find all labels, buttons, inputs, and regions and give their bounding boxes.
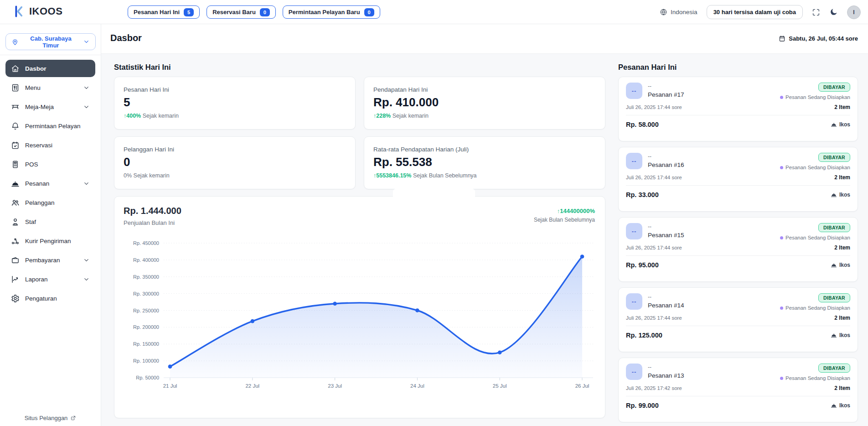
delta-period: Sejak kemarin <box>134 172 170 179</box>
orders-today-button[interactable]: Pesanan Hari Ini 5 <box>128 5 200 19</box>
sidebar-item-kurir-pengiriman[interactable]: Kurir Pengiriman <box>5 232 95 249</box>
logo: IKOOS <box>12 5 62 18</box>
svg-text:Rp. 250000: Rp. 250000 <box>133 308 159 313</box>
user-avatar[interactable]: I <box>847 5 861 19</box>
channel-label: Ikos <box>839 402 850 409</box>
sidebar-item-reservasi[interactable]: Reservasi <box>5 136 95 154</box>
order-customer: -- <box>648 83 684 89</box>
customer-site-link[interactable]: Situs Pelanggan <box>0 415 101 421</box>
order-number: Pesanan #17 <box>648 91 684 98</box>
svg-text:26 Jul: 26 Jul <box>575 383 589 389</box>
order-total: Rp. 99.000 <box>626 402 659 409</box>
location-pin-icon <box>11 38 19 46</box>
delta-value: 5553846.15% <box>376 172 411 179</box>
sidebar-item-pengaturan[interactable]: Pengaturan <box>5 290 95 307</box>
stat-card-rata-rata: Rata-rata Pendapatan Harian (Juli) Rp. 5… <box>364 136 605 189</box>
users-icon <box>11 198 20 207</box>
channel-label: Ikos <box>839 262 850 268</box>
sidebar-item-label: Reservasi <box>25 142 52 149</box>
delta-period: Sejak kemarin <box>393 113 429 119</box>
sidebar-item-label: Pelanggan <box>25 199 55 206</box>
stat-card-pendapatan: Pendapatan Hari Ini Rp. 410.000 ↑228% Se… <box>364 77 605 130</box>
stat-value: Rp. 410.000 <box>373 95 596 109</box>
chart-subtitle: Penjualan Bulan Ini <box>124 219 596 226</box>
new-reservations-button[interactable]: Reservasi Baru 0 <box>207 5 276 19</box>
order-number: Pesanan #14 <box>648 302 684 309</box>
chevron-down-icon <box>83 84 90 91</box>
svg-text:24 Jul: 24 Jul <box>410 383 424 389</box>
sidebar-item-pos[interactable]: POS <box>5 156 95 173</box>
stat-label: Rata-rata Pendapatan Harian (Juli) <box>373 146 596 153</box>
order-card[interactable]: -- -- Pesanan #13 DIBAYAR Pesanan Sedang… <box>618 358 858 422</box>
sidebar-item-label: Staf <box>25 218 36 225</box>
sidebar-item-label: Meja-Meja <box>25 104 54 110</box>
order-number: Pesanan #13 <box>648 372 684 379</box>
order-number: Pesanan #15 <box>648 232 684 239</box>
sidebar-item-meja-meja[interactable]: Meja-Meja <box>5 98 95 115</box>
pos-terminal-icon <box>11 160 20 169</box>
orders-today-count-badge: 5 <box>184 8 194 16</box>
sidebar-item-permintaan-pelayan[interactable]: Permintaan Pelayan <box>5 117 95 135</box>
svg-text:22 Jul: 22 Jul <box>245 383 259 389</box>
calendar-check-icon <box>11 141 20 150</box>
new-waiter-requests-button[interactable]: Permintaan Pelayan Baru 0 <box>283 5 380 19</box>
svg-text:Rp. 150000: Rp. 150000 <box>133 341 159 347</box>
order-prep-status: Pesanan Sedang Disiapkan <box>780 165 850 170</box>
order-time: Juli 26, 2025 17:44 sore <box>626 104 682 110</box>
sidebar-item-label: Permintaan Pelayan <box>25 123 81 130</box>
sidebar-item-dasbor[interactable]: Dasbor <box>5 60 95 77</box>
sidebar-item-label: Pesanan <box>25 180 49 187</box>
trial-remaining-pill: 30 hari tersisa dalam uji coba <box>707 5 803 19</box>
order-customer: -- <box>648 364 684 370</box>
order-time: Juli 26, 2025 17:42 sore <box>626 385 682 391</box>
cloche-icon <box>831 262 837 268</box>
chevron-down-icon <box>83 276 90 283</box>
sidebar-item-pelanggan[interactable]: Pelanggan <box>5 194 95 211</box>
paid-status-badge: DIBAYAR <box>818 83 850 92</box>
delta-value: 0% <box>124 172 132 179</box>
order-card[interactable]: -- -- Pesanan #14 DIBAYAR Pesanan Sedang… <box>618 287 858 352</box>
language-selector[interactable]: Indonesia <box>660 8 698 16</box>
order-card[interactable]: -- -- Pesanan #17 DIBAYAR Pesanan Sedang… <box>618 77 858 141</box>
order-total: Rp. 33.000 <box>626 191 659 198</box>
sidebar-item-laporan[interactable]: Laporan <box>5 270 95 288</box>
order-channel: Ikos <box>831 121 850 128</box>
status-dot-icon <box>780 377 783 380</box>
avatar-initial: I <box>853 9 854 16</box>
sidebar-item-pesanan[interactable]: Pesanan <box>5 175 95 192</box>
order-items: 2 Item <box>834 174 850 181</box>
order-card[interactable]: -- -- Pesanan #16 DIBAYAR Pesanan Sedang… <box>618 147 858 212</box>
order-card[interactable]: -- -- Pesanan #15 DIBAYAR Pesanan Sedang… <box>618 217 858 282</box>
sales-line-chart[interactable]: Rp. 450000Rp. 400000Rp. 350000Rp. 300000… <box>124 233 597 396</box>
chart-delta-block: ↑144400000% Sejak Bulan Sebelumnya <box>534 208 595 223</box>
order-channel: Ikos <box>831 402 850 409</box>
sidebar-item-label: Pembayaran <box>25 257 60 264</box>
sidebar-item-pembayaran[interactable]: Pembayaran <box>5 251 95 269</box>
order-prep-status: Pesanan Sedang Disiapkan <box>780 375 850 381</box>
dark-mode-toggle[interactable] <box>829 8 838 16</box>
branch-selector[interactable]: Cab. Surabaya Timur <box>5 33 96 50</box>
wallet-icon <box>11 256 20 265</box>
svg-text:Rp. 450000: Rp. 450000 <box>133 240 159 246</box>
bell-icon <box>11 122 20 130</box>
order-prep-status: Pesanan Sedang Disiapkan <box>780 305 850 311</box>
ikoos-logo-icon <box>12 5 26 18</box>
paid-status-badge: DIBAYAR <box>818 153 850 162</box>
external-link-icon <box>70 415 76 421</box>
chart-tooltip-artifact <box>393 189 475 209</box>
sidebar-item-menu[interactable]: Menu <box>5 79 95 96</box>
stat-value: Rp. 55.538 <box>373 155 596 169</box>
sidebar-item-staf[interactable]: Staf <box>5 213 95 230</box>
cloche-icon <box>11 179 20 188</box>
globe-icon <box>660 8 667 16</box>
svg-text:Rp. 50000: Rp. 50000 <box>136 375 159 380</box>
chevron-down-icon <box>83 104 90 110</box>
stat-delta: ↑5553846.15% Sejak Bulan Sebelumnya <box>373 172 596 179</box>
order-avatar: -- <box>626 364 642 380</box>
stat-delta: 0% Sejak kemarin <box>124 172 346 179</box>
fullscreen-button[interactable] <box>812 8 820 16</box>
top-navbar: IKOOS Pesanan Hari Ini 5 Reservasi Baru … <box>0 0 868 24</box>
order-avatar: -- <box>626 153 642 169</box>
sidebar-nav: Dasbor Menu Meja-Meja Permintaan Pelayan <box>0 55 101 313</box>
order-time: Juli 26, 2025 17:44 sore <box>626 315 682 321</box>
